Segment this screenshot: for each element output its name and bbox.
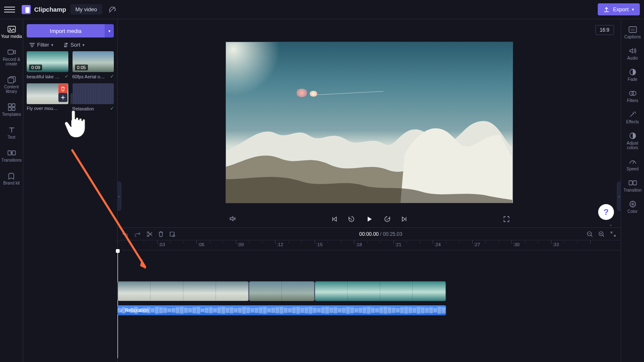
rail-templates[interactable]: Templates (0, 100, 23, 119)
svg-rect-73 (329, 308, 333, 313)
preview-stage[interactable] (226, 42, 513, 203)
svg-line-0 (109, 7, 115, 12)
rrail-adjust-colors[interactable]: Adjust colors (621, 129, 644, 153)
collapse-media-panel[interactable]: ‹ (117, 182, 121, 211)
rrail-fade[interactable]: Fade (621, 65, 644, 85)
gauge-icon (629, 157, 637, 166)
svg-rect-77 (346, 307, 350, 314)
rrail-label: Filters (627, 98, 638, 103)
svg-rect-82 (367, 307, 371, 314)
help-button[interactable]: ? (598, 204, 614, 220)
media-panel: Import media ▾ Filter ▾ Sort ▾ 0:09 beau… (23, 19, 118, 362)
media-duration: 0:09 (29, 65, 42, 70)
export-button[interactable]: Export ▾ (598, 3, 640, 15)
chevron-down-icon: ▾ (51, 43, 53, 47)
zoom-out-button[interactable] (586, 231, 593, 237)
rail-text[interactable]: Text (0, 123, 23, 142)
svg-rect-75 (338, 308, 341, 313)
zoom-fit-button[interactable] (610, 231, 616, 237)
import-media-button[interactable]: Import media (27, 24, 105, 37)
svg-rect-54 (251, 308, 254, 313)
media-item[interactable]: 0:05 60fps Aerial o…✓ (73, 51, 114, 79)
split-button[interactable] (147, 231, 153, 237)
filter-label: Filter (37, 42, 49, 48)
svg-point-2 (9, 28, 10, 29)
svg-rect-72 (325, 307, 329, 314)
fullscreen-button[interactable] (503, 216, 510, 222)
timeline-ruler[interactable]: :03:06:09:12:15:18:21:24:27:30:33 (118, 240, 621, 250)
svg-rect-61 (280, 307, 283, 314)
rrail-transition[interactable]: Transition (621, 176, 644, 195)
sort-button[interactable]: Sort ▾ (63, 42, 85, 48)
next-button[interactable] (401, 216, 408, 222)
sort-icon (63, 42, 68, 48)
project-title[interactable]: My video (70, 4, 102, 15)
rrail-filters[interactable]: Filters (621, 86, 644, 106)
library-icon (8, 75, 16, 84)
rrail-effects[interactable]: Effects (621, 107, 644, 127)
svg-rect-38 (184, 308, 188, 313)
delete-button[interactable] (158, 231, 163, 237)
svg-rect-55 (255, 308, 258, 313)
svg-rect-97 (429, 307, 433, 313)
play-button[interactable] (365, 215, 373, 223)
rrail-audio[interactable]: Audio (621, 44, 644, 63)
sound-toggle[interactable] (229, 215, 236, 222)
svg-rect-66 (301, 308, 304, 313)
cloud-sync-icon[interactable] (108, 5, 116, 14)
svg-point-19 (173, 235, 175, 236)
timeline-clip[interactable] (118, 281, 249, 301)
rail-brand-kit[interactable]: Brand kit (0, 169, 23, 188)
fade-icon (629, 68, 637, 76)
menu-button[interactable] (4, 4, 15, 15)
crop-button[interactable] (169, 231, 175, 237)
timeline-audio-clip[interactable]: ♪Relaxation (118, 305, 446, 315)
hand-cursor-icon (61, 105, 95, 142)
collapse-right-panel[interactable]: › (617, 182, 621, 211)
svg-rect-3 (8, 50, 13, 54)
rail-your-media[interactable]: Your media (0, 22, 23, 41)
zoom-in-button[interactable] (598, 231, 605, 237)
rrail-color[interactable]: Color (621, 197, 644, 217)
svg-rect-35 (172, 308, 175, 313)
svg-rect-86 (383, 307, 387, 314)
svg-rect-57 (263, 307, 267, 314)
filter-button[interactable]: Filter ▾ (29, 42, 53, 48)
import-media-dropdown[interactable]: ▾ (105, 24, 114, 37)
delete-media-button[interactable] (58, 84, 68, 93)
app-logo[interactable]: Clipchamp (22, 5, 66, 14)
timeline-clip[interactable] (249, 281, 315, 301)
redo-button[interactable] (134, 231, 141, 237)
add-to-timeline-button[interactable]: Add to timeline (58, 93, 68, 102)
check-icon: ✓ (110, 106, 114, 111)
media-item[interactable]: 0:09 beautiful lake …✓ (27, 51, 68, 79)
rewind-5-button[interactable]: 5 (348, 215, 355, 223)
color-wheel-icon (629, 200, 637, 208)
rail-label: Transitions (1, 158, 22, 162)
chevron-down-icon: ▾ (83, 43, 85, 47)
svg-rect-48 (226, 308, 229, 313)
aspect-ratio-button[interactable]: 16:9 (595, 25, 614, 35)
playhead[interactable] (118, 250, 118, 358)
svg-rect-40 (192, 307, 196, 313)
rrail-speed[interactable]: Speed (621, 155, 644, 174)
svg-rect-24 (126, 309, 130, 312)
rail-content-library[interactable]: Content library (0, 73, 23, 96)
right-panel-toggle[interactable]: ⌄ (609, 222, 612, 227)
rrail-label: Transition (624, 188, 642, 192)
chevron-down-icon: ▾ (108, 29, 110, 33)
svg-rect-98 (434, 308, 437, 313)
forward-5-button[interactable]: 5 (383, 215, 391, 223)
rail-record-create[interactable]: Record & create (0, 45, 23, 69)
timeline-clip[interactable] (315, 281, 446, 301)
timeline-tracks[interactable]: ♪Relaxation (118, 250, 621, 358)
record-icon (8, 48, 16, 56)
svg-rect-8 (8, 107, 11, 110)
media-thumbnail: 0:09 (27, 51, 68, 72)
rrail-captions[interactable]: CCCaptions (621, 22, 644, 42)
rail-transitions[interactable]: Transitions (0, 146, 23, 165)
contrast-icon (629, 132, 637, 140)
svg-point-104 (629, 91, 634, 95)
timeline-toolbar: 00:00.00 / 00:25.03 (118, 227, 621, 240)
prev-button[interactable] (331, 216, 338, 222)
